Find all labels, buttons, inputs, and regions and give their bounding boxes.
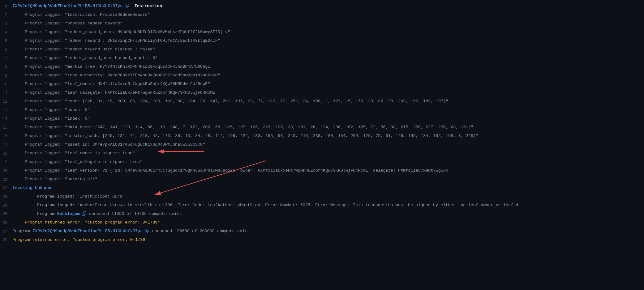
table-row: 14Program logged: "index: 0"	[0, 115, 644, 124]
program-link[interactable]: 7XRV2d2QN9pdHpDVbKTMoqKiodPL1B5xN1GhXbfx…	[32, 229, 143, 233]
table-row: 12Program logged: "root: [226, 31, 18, 2…	[0, 98, 644, 106]
program-link[interactable]: Bubblegum	[57, 211, 80, 216]
table-row: 10Program logged: "leaf_owner: HXMfc1iaC…	[0, 80, 644, 89]
code-text: Program logged: "root: [226, 31, 18, 200…	[25, 99, 448, 104]
copy-icon[interactable]	[82, 211, 87, 216]
table-row: 24Program logged: "AnchorError thrown in…	[0, 202, 644, 210]
table-row: 17XRV2d2QN9pdHpDVbKTMoqKiodPL1B5xN1GhXbf…	[0, 2, 644, 11]
table-row: 15Program logged: "data_hash: [247, 141,…	[0, 124, 644, 132]
line-number: 12	[0, 98, 12, 105]
code-text: Program logged: "creator_hash: [240, 131…	[25, 134, 478, 138]
line-number: 24	[0, 202, 12, 209]
code-text: Program logged: "AnchorError thrown in s…	[37, 203, 518, 207]
code-text: Instruction	[129, 4, 162, 8]
table-row: 27Program 7XRV2d2QN9pdHpDVbKTMoqKiodPL1B…	[0, 228, 644, 236]
table-row: 25Program Bubblegum consumed 11393 of 14…	[0, 210, 644, 219]
code-text: Program logged: "leaf_owner: HXMfc1iaCxx…	[25, 82, 210, 86]
code-text: Program logged: "leaf_delegate is signer…	[25, 160, 143, 164]
code-text: Program returned error: "custom program …	[12, 237, 148, 242]
line-number: 4	[0, 29, 12, 36]
line-number: 11	[0, 89, 12, 96]
table-row: 28Program returned error: "custom progra…	[0, 236, 644, 245]
code-text: Program logged: "index: 0"	[25, 116, 90, 121]
table-row: 6Program logged: "redeem_reward_user cla…	[0, 46, 644, 54]
code-text: Program logged: "merkle_tree: H7YY4NTzKh…	[25, 64, 213, 69]
line-number: 20	[0, 167, 12, 174]
code-text: Program returned error: "custom program …	[25, 220, 160, 225]
code-text: Invoking Unknown	[12, 186, 53, 190]
table-row: 20Program logged: "leaf version: V1 { id…	[0, 167, 644, 176]
line-number: 18	[0, 150, 12, 157]
line-number: 17	[0, 141, 12, 148]
code-text: Program logged: "nonce: 0"	[25, 108, 90, 112]
code-text: Program logged: "burning nft"	[25, 177, 97, 181]
line-number: 15	[0, 124, 12, 131]
line-number: 25	[0, 211, 12, 218]
table-row: 19Program logged: "leaf_delegate is sign…	[0, 158, 644, 167]
line-number: 14	[0, 115, 12, 122]
line-number: 9	[0, 72, 12, 79]
table-row: 17Program logged: "asset_id: 3MrevpkAiU8…	[0, 141, 644, 150]
code-text: Program logged: "redeem_reward_user: HVc…	[25, 30, 230, 34]
code-text: Program	[37, 211, 57, 216]
table-row: 21Program logged: "burning nft"	[0, 176, 644, 184]
line-number: 22	[0, 185, 12, 192]
line-number: 16	[0, 133, 12, 140]
line-number: 26	[0, 219, 12, 226]
table-row: 26Program returned error: "custom progra…	[0, 219, 644, 228]
program-link[interactable]: 7XRV2d2QN9pdHpDVbKTMoqKiodPL1B5xN1GhXbfx…	[12, 4, 122, 8]
table-row: 5Program logged: "redeem_reward : 2H1dvi…	[0, 37, 644, 46]
line-number: 23	[0, 193, 12, 200]
line-number: 3	[0, 20, 12, 27]
code-text: Program logged: "Instruction: Burn"	[37, 194, 125, 199]
code-viewer: 17XRV2d2QN9pdHpDVbKTMoqKiodPL1B5xN1GhXbf…	[0, 0, 644, 247]
code-text: Program logged: "leaf_delegate: HXMfc1ia…	[25, 90, 218, 95]
line-number: 2	[0, 11, 12, 19]
code-text: Program logged: "leaf_owner is signer: t…	[25, 151, 135, 156]
code-text: Program	[12, 229, 32, 233]
code-text: consumed 11393 of 14705 compute units	[87, 211, 182, 216]
table-row: 23Program logged: "Instruction: Burn"	[0, 193, 644, 202]
line-number: 7	[0, 55, 12, 62]
code-text: Program logged: "redeem_reward : 2H1dvio…	[25, 38, 220, 43]
table-row: 9Program logged: "tree_authority: 2RreR8…	[0, 72, 644, 80]
table-row: 7Program logged: "redeem_reward_user bur…	[0, 54, 644, 63]
line-number: 13	[0, 107, 12, 114]
copy-icon[interactable]	[144, 228, 149, 233]
line-number: 1	[0, 3, 12, 10]
line-number: 27	[0, 228, 12, 235]
code-text: consumed 196688 of 200000 compute units	[149, 229, 250, 233]
code-text: Program logged: "process_redeem_reward"	[25, 21, 122, 26]
code-text: Program logged: "asset_id: 3MrevpkAiU81r…	[25, 142, 205, 147]
line-number: 28	[0, 237, 12, 244]
table-row: 4Program logged: "redeem_reward_user: HV…	[0, 28, 644, 37]
table-row: 2Program logged: "Instruction: ProcessRe…	[0, 11, 644, 20]
table-row: 13Program logged: "nonce: 0"	[0, 106, 644, 115]
line-number: 21	[0, 176, 12, 183]
line-number: 5	[0, 37, 12, 45]
line-number: 10	[0, 81, 12, 88]
line-number: 8	[0, 63, 12, 70]
table-row: 18Program logged: "leaf_owner is signer:…	[0, 150, 644, 158]
code-text: Program logged: "tree_authority: 2RreR8p…	[25, 73, 220, 78]
code-text: Program logged: "redeem_reward_user clai…	[25, 47, 155, 52]
code-text: Program logged: "Instruction: ProcessRed…	[25, 12, 150, 17]
table-row: 22Invoking Unknown	[0, 184, 644, 193]
line-number: 6	[0, 46, 12, 53]
line-number: 19	[0, 159, 12, 166]
table-row: 3Program logged: "process_redeem_reward"	[0, 20, 644, 28]
code-text: Program logged: "data_hash: [247, 141, 1…	[25, 125, 473, 130]
table-row: 11Program logged: "leaf_delegate: HXMfc1…	[0, 89, 644, 98]
table-row: 8Program logged: "merkle_tree: H7YY4NTzK…	[0, 63, 644, 72]
table-row: 16Program logged: "creator_hash: [240, 1…	[0, 132, 644, 141]
copy-icon[interactable]	[124, 3, 129, 8]
code-text: Program logged: "redeem_reward_user burn…	[25, 56, 157, 60]
code-text: Program logged: "leaf version: V1 { id: …	[25, 168, 448, 173]
